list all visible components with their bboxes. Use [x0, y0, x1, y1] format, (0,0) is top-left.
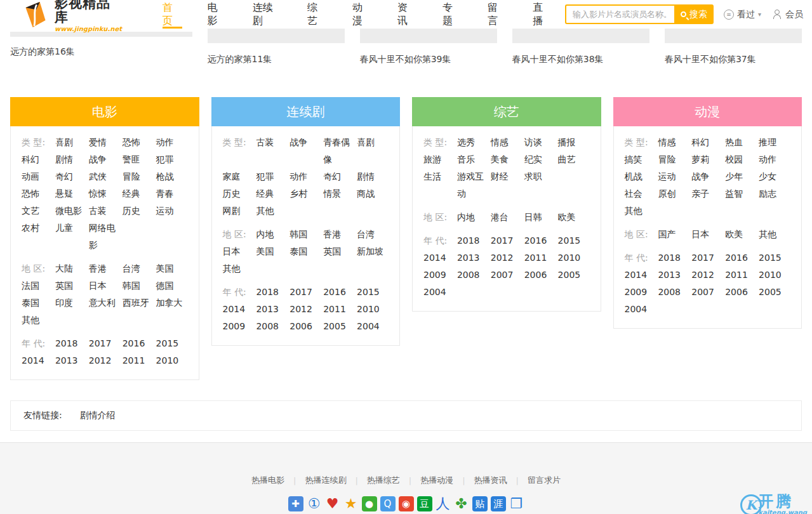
filter-item[interactable]: 2010 — [357, 301, 390, 318]
filter-item[interactable]: 日本 — [223, 243, 256, 260]
video-title[interactable]: 远方的家第16集 — [10, 46, 192, 58]
filter-item[interactable]: 法国 — [22, 277, 55, 294]
filter-item[interactable]: 喜剧 — [357, 134, 390, 151]
tieba-icon[interactable]: 贴 — [472, 496, 488, 511]
footer-link[interactable]: 热播动漫 — [420, 475, 453, 486]
filter-item[interactable]: 战争 — [89, 151, 123, 168]
footer-link[interactable]: 热播资讯 — [474, 475, 507, 486]
latest-card[interactable]: 春风十里不如你第38集 — [512, 29, 649, 65]
filter-item[interactable]: 科幻 — [691, 134, 725, 151]
latest-card[interactable]: 春风十里不如你第37集 — [665, 29, 802, 65]
filter-item[interactable]: 2005 — [558, 267, 592, 284]
filter-item[interactable]: 2015 — [156, 335, 190, 352]
filter-item[interactable]: 2018 — [658, 249, 691, 267]
footer-link[interactable]: 热播连续剧 — [305, 475, 346, 486]
filter-item[interactable]: 奇幻 — [323, 168, 357, 185]
filter-item[interactable]: 家庭 — [223, 168, 256, 185]
filter-item[interactable]: 2008 — [256, 318, 290, 335]
filter-item[interactable]: 泰国 — [22, 294, 55, 312]
filter-item[interactable]: 2017 — [491, 232, 524, 249]
clover-icon[interactable]: ✤ — [454, 496, 469, 511]
filter-item[interactable]: 犯罪 — [156, 151, 190, 168]
filter-item[interactable]: 古装 — [89, 202, 123, 220]
filter-item[interactable]: 香港 — [323, 226, 357, 243]
filter-item[interactable]: 2009 — [423, 267, 457, 284]
filter-item[interactable]: 惊悚 — [89, 185, 123, 202]
filter-item[interactable]: 2018 — [457, 232, 491, 249]
filter-item[interactable]: 冒险 — [123, 168, 156, 185]
filter-item[interactable]: 美国 — [156, 260, 190, 277]
filter-item[interactable]: 冒险 — [658, 151, 691, 168]
nav-item-series[interactable]: 连续剧 — [240, 0, 295, 29]
filter-item[interactable]: 2009 — [223, 318, 256, 335]
filter-item[interactable]: 2015 — [558, 232, 592, 249]
footer-link[interactable]: 热播电影 — [251, 475, 284, 486]
filter-item[interactable]: 剧情 — [55, 151, 89, 168]
filter-item[interactable]: 农村 — [22, 220, 55, 237]
filter-item[interactable]: 其他 — [759, 226, 792, 243]
latest-card[interactable]: 远方的家第16集 — [10, 32, 192, 58]
filter-item[interactable]: 游戏互动 — [457, 168, 491, 202]
filter-item[interactable]: 2015 — [357, 284, 390, 301]
filter-item[interactable]: 2017 — [290, 284, 323, 301]
latest-card[interactable]: 远方的家第11集 — [208, 29, 345, 65]
filter-item[interactable]: 商战 — [357, 185, 390, 202]
filter-item[interactable]: 2017 — [89, 335, 123, 352]
filter-item[interactable]: 恐怖 — [123, 134, 156, 151]
search-input[interactable] — [565, 4, 674, 24]
filter-item[interactable]: 2004 — [423, 284, 457, 301]
video-thumbnail[interactable] — [208, 29, 345, 43]
nav-item-news[interactable]: 资讯 — [385, 0, 430, 29]
filter-item[interactable]: 英国 — [55, 277, 89, 294]
filter-item[interactable]: 2012 — [89, 352, 123, 369]
filter-item[interactable]: 2015 — [759, 249, 792, 267]
star-icon[interactable]: ★ — [343, 496, 359, 511]
friend-link[interactable]: 剧情介绍 — [80, 410, 116, 420]
filter-item[interactable]: 奇幻 — [55, 168, 89, 185]
filter-item[interactable]: 原创 — [658, 185, 691, 202]
latest-card[interactable]: 春风十里不如你第39集 — [360, 29, 497, 65]
video-title[interactable]: 远方的家第11集 — [208, 54, 345, 65]
filter-item[interactable]: 其他 — [223, 260, 256, 277]
filter-item[interactable]: 台湾 — [123, 260, 156, 277]
tianya-icon[interactable]: 涯 — [491, 496, 506, 511]
filter-item[interactable]: 西班牙 — [123, 294, 156, 312]
filter-item[interactable]: 2016 — [323, 284, 357, 301]
filter-item[interactable]: 2016 — [725, 249, 759, 267]
filter-item[interactable]: 2008 — [457, 267, 491, 284]
filter-item[interactable]: 日本 — [89, 277, 123, 294]
footer-link[interactable]: 留言求片 — [528, 475, 561, 486]
filter-item[interactable]: 剧情 — [357, 168, 390, 185]
filter-item[interactable]: 枪战 — [156, 168, 190, 185]
filter-item[interactable]: 美食 — [491, 151, 524, 168]
filter-item[interactable]: 生活 — [423, 168, 457, 185]
filter-item[interactable]: 音乐 — [457, 151, 491, 168]
filter-item[interactable]: 2006 — [725, 284, 759, 301]
filter-item[interactable]: 经典 — [256, 185, 290, 202]
site-logo[interactable]: 影视精品库 www.jingpinku.net — [22, 0, 123, 32]
filter-item[interactable]: 2010 — [558, 249, 592, 267]
filter-item[interactable]: 2006 — [290, 318, 323, 335]
member-link[interactable]: 会员 — [773, 9, 803, 20]
filter-item[interactable]: 纪实 — [524, 151, 558, 168]
filter-item[interactable]: 古装 — [256, 134, 290, 151]
filter-item[interactable]: 2010 — [759, 267, 792, 284]
filter-item[interactable]: 青春偶像 — [323, 134, 357, 168]
filter-item[interactable]: 内地 — [457, 209, 491, 226]
footer-link[interactable]: 热播综艺 — [367, 475, 400, 486]
filter-item[interactable]: 曲艺 — [558, 151, 592, 168]
filter-item[interactable]: 科幻 — [22, 151, 55, 168]
nav-item-message[interactable]: 留言 — [475, 0, 520, 29]
filter-item[interactable]: 恐怖 — [22, 185, 55, 202]
filter-item[interactable]: 爱情 — [89, 134, 123, 151]
filter-item[interactable]: 情景 — [323, 185, 357, 202]
filter-item[interactable]: 旅游 — [423, 151, 457, 168]
video-title[interactable]: 春风十里不如你第37集 — [665, 54, 802, 65]
filter-item[interactable]: 微电影 — [55, 202, 89, 220]
filter-item[interactable]: 网络电影 — [89, 220, 123, 254]
filter-item[interactable]: 经典 — [123, 185, 156, 202]
filter-item[interactable]: 文艺 — [22, 202, 55, 220]
filter-item[interactable]: 动作 — [759, 151, 792, 168]
filter-item[interactable]: 社会 — [625, 185, 658, 202]
nav-item-movie[interactable]: 电影 — [195, 0, 240, 29]
